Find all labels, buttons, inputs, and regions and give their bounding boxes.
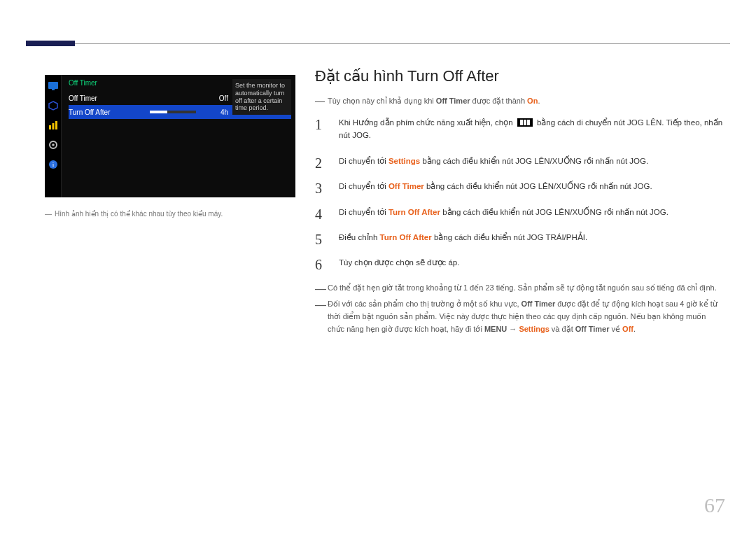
svg-marker-2: [49, 101, 57, 110]
osd-row-value: Off: [200, 94, 228, 102]
step-number: 4: [315, 203, 322, 225]
image-disclaimer-text: Hình ảnh hiển thị có thể khác nhau tùy t…: [55, 210, 223, 218]
monitor-icon: [45, 78, 62, 94]
page: i Off Timer Off Timer Off Turn Off After…: [0, 0, 756, 534]
osd-menu-illustration: i Off Timer Off Timer Off Turn Off After…: [45, 75, 295, 197]
osd-row-label: Turn Off After: [69, 108, 146, 116]
svg-point-7: [52, 143, 55, 146]
osd-slider: [150, 111, 196, 113]
step-5: 5 Điều chỉnh Turn Off After bằng cách đi…: [315, 231, 723, 244]
osd-row-value: 4h: [200, 108, 228, 116]
gear-icon: [45, 136, 62, 153]
left-column: i Off Timer Off Timer Off Turn Off After…: [45, 75, 297, 218]
osd-body: Off Timer Off Timer Off Turn Off After 4…: [62, 75, 295, 197]
step-number: 2: [315, 152, 322, 174]
menu-key-icon: [517, 118, 533, 127]
step-number: 5: [315, 228, 322, 251]
steps-list: 1 Khi Hướng dẫn phím chức năng xuất hiện…: [315, 116, 723, 269]
bars-icon: [45, 117, 62, 134]
page-heading: Đặt cấu hình Turn Off After: [315, 67, 723, 85]
bottom-notes: ―Có thể đặt hẹn giờ tắt trong khoảng từ …: [315, 282, 723, 335]
availability-note: ―Tùy chọn này chỉ khả dụng khi Off Timer…: [315, 95, 723, 106]
svg-rect-4: [52, 123, 55, 129]
step-4: 4 Di chuyển tới Turn Off After bằng cách…: [315, 206, 723, 218]
step-number: 3: [315, 177, 322, 199]
info-icon: i: [45, 156, 62, 173]
right-column: Đặt cấu hình Turn Off After ―Tùy chọn nà…: [315, 67, 723, 339]
svg-rect-5: [55, 121, 57, 129]
dash-icon: ―: [45, 210, 52, 218]
dash-icon: ―: [315, 95, 325, 106]
osd-row-label: Off Timer: [69, 94, 146, 102]
bottom-note-1: ―Có thể đặt hẹn giờ tắt trong khoảng từ …: [315, 282, 723, 295]
svg-rect-0: [48, 82, 58, 89]
svg-rect-3: [49, 125, 51, 129]
step-number: 1: [315, 113, 322, 136]
top-divider: [26, 43, 730, 44]
step-2: 2 Di chuyển tới Settings bằng cách điều …: [315, 155, 723, 167]
hexagon-icon: [45, 97, 62, 114]
osd-description: Set the monitor to automatically turn of…: [232, 79, 291, 115]
step-6: 6 Tùy chọn được chọn sẽ được áp.: [315, 256, 723, 269]
dash-icon: ―: [315, 280, 326, 298]
step-number: 6: [315, 253, 322, 276]
osd-slider-fill: [150, 111, 167, 113]
step-3: 3 Di chuyển tới Off Timer bằng cách điều…: [315, 180, 723, 192]
image-disclaimer-note: ―Hình ảnh hiển thị có thể khác nhau tùy …: [45, 210, 297, 218]
osd-sidebar: i: [45, 75, 62, 197]
dash-icon: ―: [315, 296, 326, 314]
page-number: 67: [704, 493, 725, 517]
svg-rect-1: [52, 89, 55, 90]
top-divider-accent: [26, 41, 75, 46]
bottom-note-2: ―Đối với các sản phẩm cho thị trường ở m…: [315, 298, 723, 335]
step-1: 1 Khi Hướng dẫn phím chức năng xuất hiện…: [315, 116, 723, 142]
